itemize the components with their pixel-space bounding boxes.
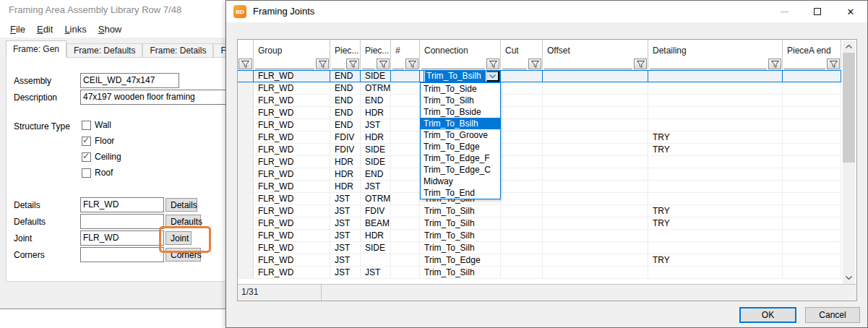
cell-piec-[interactable]: FDIV [361,205,391,217]
cell-piecea-end[interactable] [783,254,841,267]
cell-piecea-end[interactable] [783,193,841,205]
cell-cut[interactable] [501,217,543,230]
row-selector[interactable] [238,230,254,242]
cell--[interactable] [391,205,420,217]
cell--[interactable] [391,82,420,95]
structure-option-ceiling[interactable]: Ceiling [82,151,121,163]
cell-cut[interactable] [501,70,543,82]
filter-input[interactable] [650,59,767,69]
filter-input[interactable] [362,59,375,69]
dropdown-option[interactable]: Trim_To_Edge_F [421,152,500,164]
cell-piec-[interactable]: JST [361,181,391,193]
cell-group[interactable]: FLR_WD [254,144,330,156]
structure-option-floor[interactable]: Floor [82,135,114,147]
filter-button[interactable] [486,59,499,69]
combo-dropdown-button[interactable] [486,71,499,82]
cell-group[interactable]: FLR_WD [254,205,330,217]
filter-button[interactable] [634,59,647,69]
cell-group[interactable]: FLR_WD [254,181,330,193]
ok-button[interactable]: OK [739,307,796,323]
dropdown-option[interactable]: Trim_To_Bsilh [421,118,500,129]
cell-piec-[interactable]: END [361,168,391,181]
cell--[interactable] [391,70,420,82]
joint-field[interactable]: FLR_WD [80,230,164,246]
cell-group[interactable]: FLR_WD [254,168,330,181]
structure-option-roof[interactable]: Roof [82,167,113,178]
cell--[interactable] [391,156,420,168]
cell-piec-[interactable]: HDR [361,230,391,242]
cell-offset[interactable] [543,144,648,156]
cell-piec-[interactable]: END [330,107,361,119]
dropdown-option[interactable]: Trim_To_Bside [421,106,500,118]
cell-detailing[interactable] [648,156,783,168]
cell-detailing[interactable]: TRY [648,144,783,156]
cell-piec-[interactable]: BEAM [361,217,391,230]
cell--[interactable] [391,95,420,107]
column-header--[interactable]: # [391,40,420,57]
maximize-button[interactable] [801,1,834,22]
cell-piec-[interactable]: JST [330,254,361,267]
cell-piec-[interactable]: FDIV [330,131,361,144]
cell-offset[interactable] [543,156,648,168]
cell-offset[interactable] [543,242,648,254]
dropdown-option[interactable]: Trim_To_Silh [421,95,500,106]
cell-detailing[interactable]: TRY [648,217,783,230]
cell-offset[interactable] [543,70,648,82]
cell-piecea-end[interactable] [783,70,841,82]
column-header-cut[interactable]: Cut [501,40,543,57]
cell-piecea-end[interactable] [783,82,841,95]
cell-group[interactable]: FLR_WD [254,119,330,131]
cell-detailing[interactable] [648,95,783,107]
cell-piec-[interactable]: SIDE [361,156,391,168]
cell-group[interactable]: FLR_WD [254,254,330,267]
row-selector[interactable] [238,144,254,156]
cell-connection[interactable]: Trim_To_Silh [420,217,501,230]
cell-piecea-end[interactable] [783,205,841,217]
vertical-scrollbar[interactable] [843,40,855,284]
scrollbar-thumb[interactable] [843,53,855,163]
dropdown-option[interactable]: Trim_To_End [421,187,500,199]
filter-input[interactable] [784,59,825,69]
tab-frame-defaults[interactable]: Frame: Defaults [66,43,142,58]
wall-checkbox[interactable] [82,121,91,130]
cell-piec-[interactable]: HDR [330,156,361,168]
cell-piec-[interactable]: JST [330,267,361,279]
cell-piecea-end[interactable] [783,95,841,107]
corners-field[interactable] [80,247,164,262]
cell-piecea-end[interactable] [783,217,841,230]
cell--[interactable] [391,107,420,119]
filter-button[interactable] [768,59,781,69]
menu-file[interactable]: File [4,22,31,36]
details-button[interactable]: Details [166,198,197,212]
tab-frame-details[interactable]: Frame: Details [142,43,213,58]
cell-offset[interactable] [543,205,648,217]
cell-offset[interactable] [543,254,648,267]
filter-input[interactable] [392,59,404,69]
filter-button[interactable] [239,59,252,69]
cell-piec-[interactable]: OTRM [361,82,391,95]
cell-detailing[interactable] [648,230,783,242]
row-selector[interactable] [238,181,254,193]
cell--[interactable] [391,230,420,242]
cell-piec-[interactable]: JST [361,119,391,131]
filter-button[interactable] [346,59,359,69]
cell-cut[interactable] [501,131,543,144]
cell-piecea-end[interactable] [783,131,841,144]
row-selector[interactable] [238,205,254,217]
cell-offset[interactable] [543,82,648,95]
cell-piec-[interactable]: END [330,95,361,107]
row-selector[interactable] [238,70,254,82]
cell-piec-[interactable]: END [330,119,361,131]
cell-cut[interactable] [501,254,543,267]
cell-cut[interactable] [501,168,543,181]
cell-offset[interactable] [543,181,648,193]
cell-piec-[interactable]: END [330,70,361,82]
cell-detailing[interactable]: TRY [648,205,783,217]
filter-input[interactable] [502,59,527,69]
floor-checkbox[interactable] [82,137,91,146]
cell--[interactable] [391,193,420,205]
dropdown-option[interactable]: Trim_To_Edge_C [421,164,500,176]
cell-piec-[interactable]: JST [330,242,361,254]
cell-connection[interactable]: Trim_To_Silh [420,230,501,242]
cell-piec-[interactable]: HDR [361,107,391,119]
